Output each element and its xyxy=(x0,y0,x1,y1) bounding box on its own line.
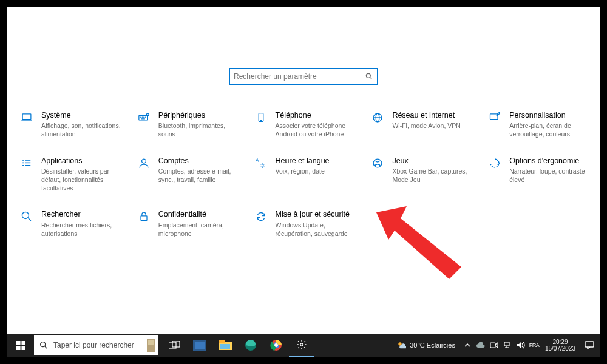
tray-meetnow-icon[interactable] xyxy=(489,340,499,350)
svg-rect-42 xyxy=(195,342,205,349)
clock-time: 20:29 xyxy=(545,339,575,346)
search-icon xyxy=(18,209,35,224)
tile-apps[interactable]: ApplicationsDésinstaller, valeurs par dé… xyxy=(13,156,126,193)
taskbar-weather[interactable]: 30°C Eclaircies xyxy=(396,340,455,350)
action-center-icon[interactable] xyxy=(579,341,600,349)
phone-icon xyxy=(253,110,270,125)
settings-grid: SystèmeAffichage, son, notifications, al… xyxy=(13,110,594,238)
taskbar-separator xyxy=(160,339,160,352)
settings-search-box[interactable] xyxy=(229,68,378,85)
svg-point-4 xyxy=(140,117,141,118)
tile-sub: Windows Update, récupération, sauvegarde xyxy=(276,221,355,238)
svg-point-11 xyxy=(260,120,261,121)
svg-rect-3 xyxy=(139,115,148,120)
tile-sub: Affichage, son, notifications, alimentat… xyxy=(41,121,121,138)
svg-point-9 xyxy=(146,113,149,116)
tile-title: Mise à jour et sécurité xyxy=(276,209,355,219)
svg-point-6 xyxy=(143,117,144,118)
svg-rect-33 xyxy=(16,346,21,350)
tile-title: Périphériques xyxy=(158,110,238,120)
tray-volume-icon[interactable] xyxy=(516,340,526,350)
svg-line-1 xyxy=(370,77,371,79)
tile-network[interactable]: Réseau et InternetWi-Fi, mode Avion, VPN xyxy=(364,110,476,139)
apps-list-icon xyxy=(18,156,35,170)
ease-icon xyxy=(486,156,503,170)
search-icon xyxy=(39,340,49,350)
time-language-icon: A字 xyxy=(253,156,270,170)
svg-rect-52 xyxy=(490,343,495,348)
tile-sub: Xbox Game Bar, captures, Mode Jeu xyxy=(392,167,472,184)
chrome-icon[interactable] xyxy=(263,334,289,357)
keyboard-icon xyxy=(135,110,152,125)
tile-title: Confidentialité xyxy=(158,209,238,219)
tray-language-icon[interactable]: FRA xyxy=(529,340,539,350)
tile-sub: Comptes, adresse e-mail, sync., travail,… xyxy=(158,167,238,184)
settings-search-input[interactable] xyxy=(234,72,365,81)
paint-icon xyxy=(486,110,503,125)
tile-sub: Rechercher mes fichiers, autorisations xyxy=(41,221,121,238)
taskbar-clock[interactable]: 20:29 15/07/2023 xyxy=(541,339,579,352)
tile-sub: Bluetooth, imprimantes, souris xyxy=(158,121,238,138)
tile-privacy[interactable]: ConfidentialitéEmplacement, caméra, micr… xyxy=(131,209,243,238)
svg-point-51 xyxy=(399,342,402,345)
tile-title: Jeux xyxy=(392,156,472,166)
weather-icon xyxy=(396,340,406,350)
tray-network-icon[interactable] xyxy=(503,340,512,350)
svg-point-0 xyxy=(366,73,370,78)
tile-accounts[interactable]: ComptesComptes, adresse e-mail, sync., t… xyxy=(131,156,243,193)
svg-point-7 xyxy=(145,117,146,118)
edge-icon[interactable] xyxy=(238,334,263,357)
svg-rect-44 xyxy=(219,340,225,343)
svg-point-22 xyxy=(141,159,146,163)
system-tray[interactable]: FRA xyxy=(460,340,541,350)
tile-search[interactable]: RechercherRechercher mes fichiers, autor… xyxy=(13,209,126,238)
update-icon xyxy=(253,209,270,224)
tile-system[interactable]: SystèmeAffichage, son, notifications, al… xyxy=(13,110,126,139)
tile-title: Heure et langue xyxy=(276,156,330,166)
tile-title: Téléphone xyxy=(276,110,355,120)
tile-ease-of-access[interactable]: Options d'ergonomieNarrateur, loupe, con… xyxy=(481,156,594,193)
clock-date: 15/07/2023 xyxy=(545,345,575,352)
weather-temp: 30°C xyxy=(410,342,425,349)
tile-sub: Wi-Fi, mode Avion, VPN xyxy=(392,121,460,130)
tile-update-security[interactable]: Mise à jour et sécuritéWindows Update, r… xyxy=(248,209,360,238)
settings-taskbar-icon[interactable] xyxy=(289,334,314,357)
start-button[interactable] xyxy=(7,334,34,357)
svg-point-35 xyxy=(41,342,46,347)
svg-line-36 xyxy=(45,346,47,349)
person-icon xyxy=(135,156,152,170)
app-icon-1[interactable] xyxy=(187,334,212,357)
tile-gaming[interactable]: JeuxXbox Game Bar, captures, Mode Jeu xyxy=(364,156,476,193)
tile-sub: Emplacement, caméra, microphone xyxy=(158,221,238,238)
tile-personalization[interactable]: PersonnalisationArrière-plan, écran de v… xyxy=(481,110,594,139)
tile-sub: Associer votre téléphone Android ou votr… xyxy=(276,121,355,138)
xbox-icon xyxy=(369,156,386,170)
taskbar-search[interactable]: Taper ici pour rechercher xyxy=(34,335,158,355)
svg-rect-31 xyxy=(16,341,21,345)
weather-text: Eclaircies xyxy=(427,342,455,349)
tile-sub: Arrière-plan, écran de verrouillage, cou… xyxy=(509,121,589,138)
settings-window: SystèmeAffichage, son, notifications, al… xyxy=(7,7,600,357)
svg-marker-57 xyxy=(517,342,521,348)
svg-rect-54 xyxy=(504,342,509,346)
tile-title: Personnalisation xyxy=(509,110,589,120)
tile-devices[interactable]: PériphériquesBluetooth, imprimantes, sou… xyxy=(131,110,243,139)
svg-rect-45 xyxy=(220,344,230,349)
tile-time-language[interactable]: A字 Heure et langueVoix, région, date xyxy=(248,156,360,193)
svg-rect-58 xyxy=(585,342,594,347)
tile-title: Applications xyxy=(41,156,121,166)
globe-icon xyxy=(369,110,386,125)
taskview-icon[interactable] xyxy=(161,334,187,357)
svg-rect-29 xyxy=(141,216,147,221)
tile-title: Réseau et Internet xyxy=(392,110,460,120)
tray-chevron-icon[interactable] xyxy=(463,340,472,350)
tile-phone[interactable]: TéléphoneAssocier votre téléphone Androi… xyxy=(248,110,360,139)
svg-rect-32 xyxy=(21,341,25,345)
laptop-icon xyxy=(18,110,35,125)
taskbar: Taper ici pour rechercher 30°C Eclairci xyxy=(7,334,600,357)
search-icon xyxy=(365,72,373,81)
taskbar-search-placeholder: Taper ici pour rechercher xyxy=(53,341,134,349)
tray-onedrive-icon[interactable] xyxy=(476,340,486,350)
file-explorer-icon[interactable] xyxy=(212,334,238,357)
svg-text:字: 字 xyxy=(260,163,265,168)
